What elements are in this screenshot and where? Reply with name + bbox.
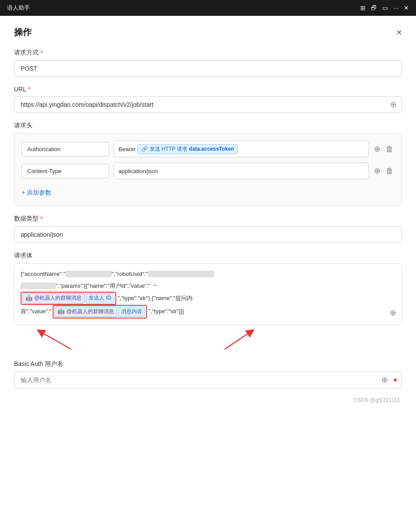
- bearer-text: Bearer: [118, 146, 136, 152]
- panel-header: 操作 ×: [14, 26, 402, 38]
- headers-box: Bearer 🔗 发送 HTTP 请求 data.accessToken ⊕ 🗑…: [14, 133, 402, 206]
- robot-chip-1[interactable]: 🤖 @机器人的群聊消息: [22, 293, 85, 304]
- request-method-section: 请求方式*: [14, 49, 402, 77]
- request-body-section: 请求体 {"accountName":"xxxxxxxxxxxxxxz","ro…: [14, 252, 402, 351]
- chip1-red-box: 🤖 @机器人的群聊消息 发送人 ID: [21, 292, 116, 305]
- svg-line-1: [225, 332, 251, 349]
- window-icon[interactable]: 🗗: [371, 4, 377, 11]
- robot-icon-1: 🤖: [25, 294, 32, 303]
- chip2-red-box: 🤖 @机器人的群聊消息 消息内容: [53, 305, 147, 318]
- request-method-input[interactable]: [14, 60, 402, 77]
- header-actions-content-type: ⊕ 🗑: [373, 165, 394, 177]
- header-key-authorization[interactable]: [22, 142, 109, 156]
- body-blur-3: xxxxxxxxxx3: [21, 282, 56, 289]
- body-text-value-key: 容","value":": [21, 308, 51, 315]
- header-row-content-type: application/json ⊕ 🗑: [22, 163, 394, 179]
- delete-row-button-authorization[interactable]: 🗑: [385, 144, 394, 155]
- url-plus-icon[interactable]: ⊕: [390, 100, 397, 109]
- url-section: URL* ⊕: [14, 86, 402, 113]
- body-text-params: ","params":[{"name":"用户id","value":": [56, 282, 150, 289]
- app-title: 语人助手: [7, 4, 30, 12]
- basic-auth-plus-icon[interactable]: ⊕: [381, 375, 388, 385]
- panel-title: 操作: [14, 26, 32, 38]
- header-row-authorization: Bearer 🔗 发送 HTTP 请求 data.accessToken ⊕ 🗑: [22, 141, 394, 157]
- arrows-area: [14, 325, 402, 351]
- header-key-content-type[interactable]: [22, 164, 109, 178]
- sender-chip-1[interactable]: 发送人 ID: [86, 293, 114, 303]
- data-type-label: 数据类型*: [14, 215, 402, 223]
- body-text-2: ","robotUuid":": [112, 271, 148, 277]
- content-chip-2[interactable]: 消息内容: [118, 307, 145, 317]
- body-blur-2: xxxxxxxxxxxxxxxxxxxxxx: [148, 271, 214, 277]
- basic-auth-field-wrapper: ■ ⊕: [14, 372, 402, 388]
- body-text-1: {"accountName":": [21, 271, 65, 277]
- body-text-type-str-2: ","type":"str"}]}: [148, 308, 184, 315]
- body-blur-1: xxxxxxxxxxxxxxz: [65, 271, 112, 277]
- chip-text-send-http: 发送 HTTP 请求: [150, 145, 187, 153]
- basic-auth-section: Basic Auth 用户名 ■ ⊕: [14, 360, 402, 388]
- data-type-section: 数据类型*: [14, 215, 402, 243]
- panel: 操作 × 请求方式* URL* ⊕ 请求头 Bearer: [0, 16, 416, 414]
- titlebar-controls[interactable]: ⊞ 🗗 ▭ ··· ✕: [360, 4, 409, 11]
- basic-auth-label: Basic Auth 用户名: [14, 360, 402, 368]
- add-value-button-authorization[interactable]: ⊕: [373, 143, 381, 155]
- add-value-button-content-type[interactable]: ⊕: [373, 165, 381, 177]
- request-headers-section: 请求头 Bearer 🔗 发送 HTTP 请求 data.accessToken…: [14, 122, 402, 206]
- robot-icon-2: 🤖: [57, 307, 65, 316]
- chip1-field-text: 发送人 ID: [89, 294, 111, 302]
- close-icon[interactable]: ✕: [404, 4, 409, 11]
- required-dot-icon: ■: [394, 377, 397, 383]
- chip2-field-text: 消息内容: [121, 308, 142, 316]
- more-icon[interactable]: ···: [393, 4, 398, 11]
- header-value-authorization: Bearer 🔗 发送 HTTP 请求 data.accessToken: [114, 141, 369, 157]
- monitor-icon[interactable]: ⊞: [360, 4, 366, 11]
- http-request-chip-authorization[interactable]: 🔗 发送 HTTP 请求 data.accessToken: [137, 144, 238, 154]
- add-param-button[interactable]: + 添加参数: [22, 187, 51, 199]
- body-text-type-str-1: ","type":"str"},{"name":"提问内: [118, 295, 193, 301]
- content-type-value-text: application/json: [118, 168, 158, 174]
- robot-chip-2[interactable]: 🤖 @机器人的群聊消息: [54, 306, 117, 317]
- header-actions-authorization: ⊕ 🗑: [373, 143, 394, 155]
- titlebar-left: 语人助手: [7, 4, 30, 12]
- url-field-wrapper: ⊕: [14, 96, 402, 113]
- svg-line-0: [40, 332, 71, 349]
- basic-auth-input[interactable]: [14, 372, 402, 388]
- chip2-group-text: @机器人的群聊消息: [66, 308, 114, 316]
- request-headers-label: 请求头: [14, 122, 402, 130]
- request-method-label: 请求方式*: [14, 49, 402, 57]
- footer-note: CSDN @gf1321111: [14, 397, 402, 403]
- delete-row-button-content-type[interactable]: 🗑: [385, 166, 394, 177]
- url-input[interactable]: [14, 96, 402, 113]
- data-type-input[interactable]: [14, 226, 402, 243]
- url-label: URL*: [14, 86, 402, 93]
- header-value-content-type: application/json: [114, 163, 369, 179]
- request-body-label: 请求体: [14, 252, 402, 260]
- red-arrows-svg: [14, 325, 400, 351]
- arrow-left-1: ←: [152, 281, 160, 290]
- titlebar: 语人助手 ⊞ 🗗 ▭ ··· ✕: [0, 0, 416, 16]
- minimize-icon[interactable]: ▭: [382, 4, 388, 11]
- panel-close-button[interactable]: ×: [396, 28, 402, 37]
- link-icon: 🔗: [141, 146, 148, 152]
- body-plus-icon[interactable]: ⊕: [390, 307, 396, 319]
- chip1-group-text: @机器人的群聊消息: [34, 294, 82, 302]
- chip-text-access-token: data.accessToken: [189, 146, 234, 152]
- body-content: {"accountName":"xxxxxxxxxxxxxxz","robotU…: [21, 270, 395, 318]
- request-body-box[interactable]: {"accountName":"xxxxxxxxxxxxxxz","robotU…: [14, 263, 402, 325]
